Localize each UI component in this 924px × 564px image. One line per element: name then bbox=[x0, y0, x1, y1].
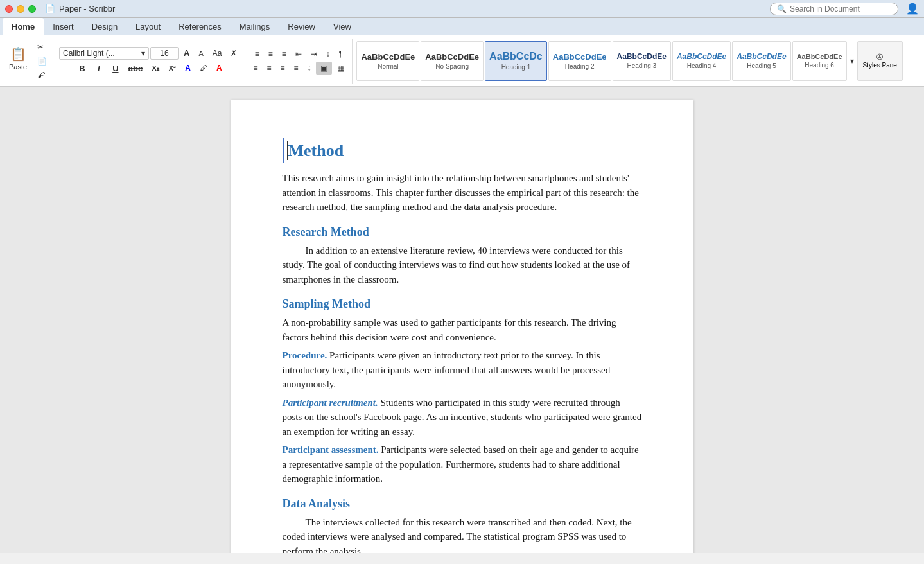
user-icon-area[interactable]: 👤 bbox=[906, 3, 919, 15]
font-color-button[interactable]: A bbox=[213, 62, 226, 75]
para-sampling-method: A non-probability sample was used to gat… bbox=[283, 315, 642, 344]
strikethrough-button[interactable]: abc bbox=[125, 61, 146, 75]
style-no-spacing-label: No Spacing bbox=[435, 63, 469, 70]
minimize-button[interactable] bbox=[17, 5, 24, 13]
title-bar-left: 📄 Paper - Scribbr bbox=[5, 4, 115, 13]
align-right-button[interactable]: ≡ bbox=[276, 62, 288, 75]
para-data-analysis: The interviews collected for this resear… bbox=[283, 515, 642, 554]
cut-button[interactable]: ✂ bbox=[33, 40, 51, 53]
user-icon: 👤 bbox=[906, 3, 919, 15]
multilevel-button[interactable]: ≡ bbox=[278, 48, 290, 60]
italic-button[interactable]: I bbox=[91, 61, 107, 75]
subscript-button[interactable]: X₂ bbox=[148, 61, 163, 75]
heading-research-method: Research Method bbox=[283, 224, 642, 241]
para-row2: ≡ ≡ ≡ ≡ ↕ ▣ ▦ bbox=[249, 62, 348, 75]
line-spacing-button[interactable]: ↕ bbox=[303, 62, 315, 75]
run-participant-assessment: Participant assessment. bbox=[283, 445, 379, 455]
styles-pane-button[interactable]: Ⓐ Styles Pane bbox=[857, 41, 903, 81]
font-row2: B I U abc X₂ X² A 🖊 A bbox=[74, 61, 226, 75]
shading-button[interactable]: ▣ bbox=[316, 62, 332, 75]
para-row1: ≡ ≡ ≡ ⇤ ⇥ ↕ ¶ bbox=[251, 48, 347, 60]
paste-label: Paste bbox=[9, 63, 27, 71]
tab-layout[interactable]: Layout bbox=[126, 18, 170, 35]
style-heading6-preview: AaBbCcDdEe bbox=[797, 53, 842, 60]
tab-view[interactable]: View bbox=[324, 18, 360, 35]
style-heading5[interactable]: AaBbCcDdEe Heading 5 bbox=[732, 41, 790, 81]
style-heading6-label: Heading 6 bbox=[805, 62, 834, 69]
justify-button[interactable]: ≡ bbox=[290, 62, 302, 75]
font-name-chevron: ▾ bbox=[141, 49, 145, 58]
paragraph-group: ≡ ≡ ≡ ⇤ ⇥ ↕ ¶ ≡ ≡ ≡ ≡ ↕ ▣ ▦ bbox=[249, 39, 353, 84]
tab-design[interactable]: Design bbox=[83, 18, 126, 35]
style-normal-label: Normal bbox=[378, 63, 398, 70]
clear-format-button[interactable]: ✗ bbox=[227, 47, 241, 60]
search-icon: 🔍 bbox=[777, 4, 787, 13]
text-highlight-button[interactable]: 🖊 bbox=[196, 62, 211, 75]
app-icon: 📄 bbox=[45, 4, 55, 13]
run-participant-recruitment: Participant recruitment. bbox=[283, 398, 378, 408]
search-in-document[interactable]: 🔍 bbox=[770, 3, 898, 15]
heading-data-analysis: Data Analysis bbox=[283, 495, 642, 513]
styles-pane-icon: Ⓐ bbox=[876, 53, 883, 62]
style-no-spacing[interactable]: AaBbCcDdEe No Spacing bbox=[421, 41, 484, 81]
styles-pane-label: Styles Pane bbox=[863, 62, 897, 69]
underline-button[interactable]: U bbox=[108, 61, 123, 75]
style-heading4-preview: AaBbCcDdEe bbox=[677, 52, 726, 61]
grow-font-button[interactable]: A bbox=[180, 46, 193, 60]
style-heading3-label: Heading 3 bbox=[627, 62, 656, 69]
style-heading5-label: Heading 5 bbox=[747, 62, 776, 69]
style-heading2-label: Heading 2 bbox=[565, 63, 595, 70]
tab-references[interactable]: References bbox=[170, 18, 230, 35]
para-intro: This research aims to gain insight into … bbox=[283, 171, 642, 215]
paste-button[interactable]: 📋 Paste bbox=[4, 44, 32, 78]
style-heading6[interactable]: AaBbCcDdEe Heading 6 bbox=[792, 41, 847, 81]
style-heading3[interactable]: AaBbCcDdEe Heading 3 bbox=[613, 41, 671, 81]
style-no-spacing-preview: AaBbCcDdEe bbox=[425, 52, 479, 62]
font-size-field[interactable]: 16 bbox=[150, 47, 179, 60]
cursor-before bbox=[287, 141, 288, 160]
tab-mailings[interactable]: Mailings bbox=[231, 18, 279, 35]
maximize-button[interactable] bbox=[28, 5, 36, 13]
close-button[interactable] bbox=[5, 5, 13, 13]
format-painter-button[interactable]: 🖌 bbox=[33, 69, 51, 82]
font-color-highlight-button[interactable]: A bbox=[181, 62, 195, 75]
tab-home[interactable]: Home bbox=[3, 18, 44, 35]
document-area[interactable]: Method This research aims to gain insigh… bbox=[0, 87, 924, 553]
search-input[interactable] bbox=[790, 4, 891, 13]
ribbon-tabs: Home Insert Design Layout References Mai… bbox=[0, 18, 924, 35]
case-button[interactable]: Aa bbox=[209, 47, 226, 60]
bold-button[interactable]: B bbox=[74, 61, 90, 75]
style-heading2-preview: AaBbCcDdEe bbox=[553, 52, 607, 62]
show-hide-button[interactable]: ¶ bbox=[335, 48, 347, 60]
title-bar: 📄 Paper - Scribbr 🔍 👤 bbox=[0, 0, 924, 18]
decrease-indent-button[interactable]: ⇤ bbox=[292, 48, 306, 60]
borders-button[interactable]: ▦ bbox=[333, 62, 348, 75]
copy-button[interactable]: 📄 bbox=[33, 55, 51, 67]
style-heading5-preview: AaBbCcDdEe bbox=[737, 52, 786, 61]
para-research-method: In addition to an extensive literature r… bbox=[283, 243, 642, 287]
style-normal[interactable]: AaBbCcDdEe Normal bbox=[356, 41, 419, 81]
bullets-button[interactable]: ≡ bbox=[251, 48, 263, 60]
tab-review[interactable]: Review bbox=[279, 18, 324, 35]
font-name-value: Calibri Light (... bbox=[63, 49, 115, 58]
style-heading2[interactable]: AaBbCcDdEe Heading 2 bbox=[548, 41, 611, 81]
superscript-button[interactable]: X² bbox=[164, 61, 180, 75]
style-heading1[interactable]: AaBbCcDc Heading 1 bbox=[485, 41, 547, 81]
more-styles-button[interactable]: ▾ bbox=[848, 41, 856, 81]
increase-indent-button[interactable]: ⇥ bbox=[307, 48, 321, 60]
align-center-button[interactable]: ≡ bbox=[263, 62, 275, 75]
shrink-font-button[interactable]: A bbox=[195, 48, 207, 59]
style-heading4-label: Heading 4 bbox=[687, 62, 717, 69]
numbering-button[interactable]: ≡ bbox=[265, 48, 277, 60]
align-left-button[interactable]: ≡ bbox=[249, 62, 261, 75]
sort-button[interactable]: ↕ bbox=[322, 48, 334, 60]
document-page: Method This research aims to gain insigh… bbox=[231, 100, 693, 553]
style-heading4[interactable]: AaBbCcDdEe Heading 4 bbox=[672, 41, 731, 81]
clipboard-group: 📋 Paste ✂ 📄 🖌 bbox=[4, 39, 55, 84]
title-bar-right: 🔍 👤 bbox=[770, 3, 919, 15]
heading-method: Method bbox=[283, 138, 642, 163]
style-normal-preview: AaBbCcDdEe bbox=[361, 52, 415, 62]
tab-insert[interactable]: Insert bbox=[44, 18, 83, 35]
run-procedure: Procedure. bbox=[283, 350, 327, 360]
font-name-dropdown[interactable]: Calibri Light (... ▾ bbox=[59, 47, 149, 60]
